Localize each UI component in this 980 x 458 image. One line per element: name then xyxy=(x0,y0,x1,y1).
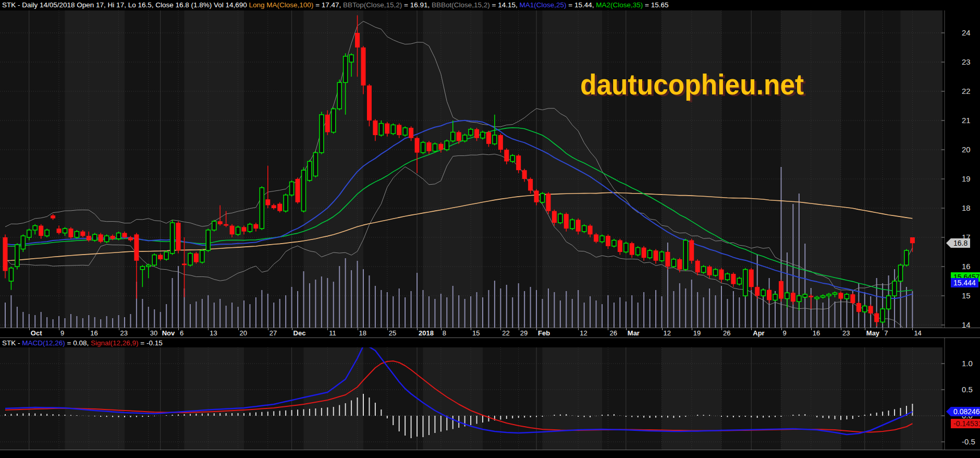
date-axis-label: 22 xyxy=(502,329,509,337)
last-price-tag: 16.8 xyxy=(951,238,970,248)
price-axis-label: 24 xyxy=(962,28,971,37)
date-axis-label: Dec xyxy=(293,329,306,337)
date-tick xyxy=(268,328,268,330)
price-axis-label: 20 xyxy=(962,145,971,154)
date-tick xyxy=(912,328,913,330)
macd-title-segment: STK - xyxy=(2,339,22,347)
date-tick xyxy=(417,328,418,330)
date-tick xyxy=(692,328,692,330)
date-tick xyxy=(781,328,782,330)
date-axis-label: 20 xyxy=(240,329,247,337)
macd-title-segment: Signal(12,26,9) xyxy=(91,339,139,347)
date-tick xyxy=(178,328,179,330)
date-axis-label: 26 xyxy=(609,329,617,337)
date-axis-label: Apr xyxy=(753,329,764,337)
date-tick xyxy=(149,328,149,330)
watermark: dautucophieu.net dautucophieu.net xyxy=(580,68,806,102)
macd-panel-title: STK - MACD(12,26) = 0.08, Signal(12,26,9… xyxy=(2,338,163,348)
date-axis-label: 8 xyxy=(443,329,446,337)
macd-axis-label: -0.5 xyxy=(962,437,975,446)
date-axis-label: 16 xyxy=(90,329,97,337)
date-tick xyxy=(387,328,388,330)
date-axis-label: 9 xyxy=(60,329,64,337)
date-axis-label: Mar xyxy=(628,329,640,337)
date-tick xyxy=(865,328,865,330)
date-tick xyxy=(119,328,119,330)
ma-value-tag: 15.444 xyxy=(951,278,978,287)
date-tick xyxy=(608,328,608,330)
date-axis-label: May xyxy=(866,329,879,337)
date-tick xyxy=(292,328,292,330)
date-tick xyxy=(841,328,841,330)
date-tick xyxy=(358,328,358,330)
macd-axis-label: 0.5 xyxy=(962,385,973,394)
date-tick xyxy=(89,328,89,330)
date-axis-label: 14 xyxy=(914,329,921,337)
date-axis-label: 16 xyxy=(813,329,820,337)
date-axis-label: 9 xyxy=(783,329,787,337)
last-price-tag-arrow xyxy=(946,238,951,248)
date-tick xyxy=(578,328,579,330)
price-title-segment: = 17.47, xyxy=(313,1,343,9)
date-tick xyxy=(883,328,883,330)
date-axis-label: 11 xyxy=(329,329,336,337)
date-tick xyxy=(161,328,161,330)
date-axis-label: Feb xyxy=(538,329,550,337)
date-tick xyxy=(811,328,812,330)
date-tick xyxy=(662,328,663,330)
date-axis-label: 25 xyxy=(389,329,396,337)
date-axis-label: 15 xyxy=(472,329,480,337)
date-axis-label: 29 xyxy=(520,329,528,337)
price-axis-label: 19 xyxy=(962,174,971,183)
price-title-segment: = 16.91, xyxy=(402,1,432,9)
date-axis-label: Oct xyxy=(31,329,42,337)
date-axis-label: 26 xyxy=(723,329,730,337)
date-tick xyxy=(751,328,752,330)
date-tick xyxy=(519,328,519,330)
price-title-segment: = 15.44, xyxy=(567,1,596,9)
date-tick xyxy=(59,328,59,330)
date-tick xyxy=(721,328,722,330)
date-axis-label: 2018 xyxy=(419,329,434,337)
price-title-segment: Long MA(Close,100) xyxy=(249,1,314,9)
price-axis-label: 21 xyxy=(962,116,971,125)
price-title-segment: MA2(Close,35) xyxy=(596,1,643,9)
price-axis-label: 16 xyxy=(962,262,971,271)
date-axis-label: 27 xyxy=(270,329,277,337)
date-axis-label: 6 xyxy=(180,329,183,337)
macd-value-tag-arrow xyxy=(946,407,951,416)
macd-value-tag: 0.082461 xyxy=(951,407,980,416)
date-tick xyxy=(441,328,442,330)
chart-canvas[interactable]: dautucophieu.net dautucophieu.net xyxy=(0,0,980,458)
price-title-segment: = 15.65 xyxy=(643,1,668,9)
date-axis-label: 23 xyxy=(842,329,850,337)
price-title-segment: BBTop(Close,15,2) xyxy=(343,1,402,9)
date-axis-label: 12 xyxy=(580,329,587,337)
price-axis-label: 15 xyxy=(962,291,971,300)
price-axis-label: 23 xyxy=(962,57,971,66)
date-tick xyxy=(327,328,328,330)
date-tick xyxy=(29,328,30,330)
date-axis-label: 30 xyxy=(150,329,157,337)
chart-window: dautucophieu.net dautucophieu.net STK - … xyxy=(0,0,980,458)
macd-title-segment: = -0.15 xyxy=(139,339,163,347)
date-tick xyxy=(208,328,209,330)
date-axis-label: 12 xyxy=(664,329,671,337)
date-tick xyxy=(471,328,471,330)
macd-axis-label: 1.0 xyxy=(962,359,973,368)
price-axis-label: 18 xyxy=(962,203,971,212)
price-title-segment: = 14.15, xyxy=(490,1,520,9)
date-axis[interactable]: Oct9162330Nov6132027Dec11182520188152229… xyxy=(0,328,980,338)
date-tick xyxy=(500,328,501,330)
date-axis-label: Nov xyxy=(162,329,175,337)
price-panel-title: STK - Daily 14/05/2018 Open 17, Hi 17, L… xyxy=(2,0,668,10)
price-title-segment: BBBot(Close,15,2) xyxy=(432,1,490,9)
macd-title-segment: = 0.08, xyxy=(65,339,91,347)
date-axis-label: 13 xyxy=(210,329,217,337)
date-tick xyxy=(626,328,627,330)
date-axis-label: 7 xyxy=(884,329,888,337)
date-axis-label: 19 xyxy=(693,329,701,337)
price-title-segment: MA1(Close,25) xyxy=(520,1,567,9)
bottom-bar xyxy=(0,450,980,458)
date-axis-label: 18 xyxy=(359,329,366,337)
